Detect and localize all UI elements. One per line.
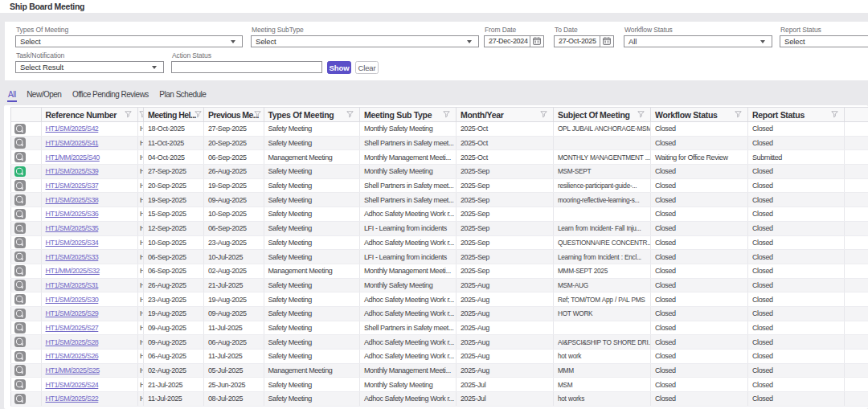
cell-subject: MSM-AUG: [554, 278, 651, 292]
cell-subtype: Adhoc Safety Meeting Work r...: [360, 335, 457, 350]
chat-bubble-badge-grey[interactable]: [14, 124, 26, 135]
column-header-ref[interactable]: Reference Number: [41, 108, 138, 122]
reference-number-link[interactable]: HT1/SM/2025/S29: [46, 309, 99, 317]
task-notification-select[interactable]: Select Result: [15, 61, 164, 73]
cell-report: Closed: [748, 235, 845, 250]
chat-bubble-badge-grey[interactable]: [14, 394, 26, 405]
cell-held: 06-Aug-2025: [144, 350, 204, 364]
chat-bubble-badge-grey[interactable]: [14, 194, 26, 206]
cell-prev: 06-Aug-2025: [204, 335, 264, 350]
column-header-type[interactable]: Types Of Meeting: [264, 108, 360, 122]
filter-funnel-icon[interactable]: [346, 111, 354, 118]
cell-report: Closed: [748, 207, 845, 222]
cell-subject: Ref; TOM/TOM App / PAL PMS: [554, 292, 651, 307]
chat-bubble-badge-grey[interactable]: [14, 209, 26, 220]
reference-number-link[interactable]: HT1/SM/2025/S38: [46, 196, 99, 204]
tab-all[interactable]: All: [8, 90, 16, 100]
cell-type: Safety Meeting: [264, 278, 360, 292]
reference-number-link[interactable]: HT1/SM/2025/S39: [46, 167, 99, 175]
show-button[interactable]: Show: [327, 61, 351, 75]
chat-bubble-badge-grey[interactable]: [14, 309, 26, 320]
chat-bubble-badge-grey[interactable]: [14, 237, 26, 248]
reference-number-link[interactable]: HT1/SM/2025/S31: [46, 281, 99, 289]
chat-bubble-badge-grey[interactable]: [14, 180, 26, 191]
calendar-icon[interactable]: [530, 36, 543, 47]
filter-funnel-icon[interactable]: [540, 111, 547, 118]
column-header-clip[interactable]: [138, 108, 144, 122]
reference-number-link[interactable]: HT1/SM/2025/S35: [46, 224, 99, 232]
column-header-prev[interactable]: Previous Me...: [204, 108, 264, 122]
tab-new-open[interactable]: New/Open: [27, 90, 61, 100]
types-of-meeting-select[interactable]: Select: [15, 35, 243, 47]
reference-number-link[interactable]: HT1/MM/2025/S25: [46, 366, 100, 374]
filter-funnel-icon[interactable]: [254, 111, 261, 118]
reference-number-link[interactable]: HT1/SM/2025/S41: [46, 139, 99, 147]
table-row: HT1/SM/2025/S41H11-Oct-202520-Sep-2025Sa…: [11, 136, 868, 150]
chat-bubble-icon: [15, 323, 24, 332]
chat-bubble-icon: [15, 267, 24, 276]
chat-bubble-badge-grey[interactable]: [14, 265, 26, 276]
chat-bubble-badge-grey[interactable]: [14, 351, 26, 362]
column-header-held[interactable]: Meeting Hel...: [144, 108, 204, 122]
filter-funnel-icon[interactable]: [637, 111, 645, 118]
cell-prev: 25-Jun-2025: [204, 378, 264, 392]
reference-number-link[interactable]: HT1/SM/2025/S42: [46, 125, 99, 133]
chat-bubble-badge-grey[interactable]: [14, 337, 26, 348]
reference-number-link[interactable]: HT1/SM/2025/S24: [46, 381, 99, 389]
cell-type: Safety Meeting: [264, 306, 360, 321]
chat-bubble-badge-grey[interactable]: [14, 294, 26, 305]
reference-number-link[interactable]: HT1/SM/2025/S22: [46, 395, 99, 403]
filter-funnel-icon[interactable]: [735, 111, 742, 118]
chat-bubble-badge-grey[interactable]: [14, 223, 26, 234]
chat-bubble-badge-grey[interactable]: [14, 322, 26, 333]
chat-bubble-badge-grey[interactable]: [14, 365, 26, 376]
filter-funnel-icon[interactable]: [125, 111, 132, 118]
column-header-report[interactable]: Report Status: [748, 108, 845, 122]
cell-held: 04-Oct-2025: [144, 150, 204, 165]
reference-number-link[interactable]: HT1/MM/2025/S32: [46, 267, 100, 275]
chat-bubble-badge-grey[interactable]: [14, 152, 26, 163]
tab-office-pending-reviews[interactable]: Office Pending Reviews: [72, 90, 149, 100]
from-date-input[interactable]: 27-Dec-2024: [484, 35, 544, 47]
reference-number-link[interactable]: HT1/SM/2025/S27: [46, 324, 99, 332]
table-card: Reference NumberMeeting Hel...Previous M…: [4, 105, 868, 409]
cell-prev: 11-Jul-2025: [204, 350, 264, 364]
reference-number-link[interactable]: HT1/SM/2025/S30: [46, 296, 99, 304]
column-header-subject[interactable]: Subject Of Meeting: [554, 108, 651, 122]
workflow-status-select[interactable]: All: [624, 35, 772, 47]
column-header-workflow[interactable]: Workflow Status: [651, 108, 748, 122]
reference-number-link[interactable]: HT1/SM/2025/S37: [46, 182, 99, 190]
reference-number-link[interactable]: HT1/SM/2025/S36: [46, 210, 99, 218]
column-header-subtype[interactable]: Meeting Sub Type: [360, 108, 457, 122]
filter-funnel-icon[interactable]: [443, 111, 450, 118]
reference-number-link[interactable]: HT1/SM/2025/S34: [46, 239, 99, 247]
cell-extra: [844, 221, 868, 235]
chat-bubble-badge-green[interactable]: [14, 166, 26, 178]
action-status-input[interactable]: [171, 61, 322, 73]
meeting-subtype-select[interactable]: Select: [251, 35, 479, 47]
column-header-extra[interactable]: [844, 108, 868, 122]
types-of-meeting-label: Types Of Meeting: [16, 26, 68, 34]
chat-bubble-badge-grey[interactable]: [14, 137, 26, 149]
reference-number-link[interactable]: HT1/SM/2025/S26: [46, 352, 99, 360]
subject-text: OPL JUBAIL ANCHORAGE-MSM: [558, 125, 651, 133]
subject-text: Ref; TOM/TOM App / PAL PMS: [558, 296, 645, 304]
chat-bubble-badge-grey[interactable]: [14, 280, 26, 291]
tab-plan-schedule[interactable]: Plan Schedule: [159, 90, 206, 100]
chat-bubble-icon: [15, 138, 24, 147]
clear-button[interactable]: Clear: [355, 61, 379, 75]
chat-bubble-badge-grey[interactable]: [14, 379, 26, 391]
calendar-icon[interactable]: [600, 36, 613, 47]
reference-number-link[interactable]: HT1/SM/2025/S28: [46, 338, 99, 346]
to-date-input[interactable]: 27-Oct-2025: [554, 35, 614, 47]
column-header-label: Month/Year: [461, 110, 504, 120]
cell-icon: [11, 264, 42, 278]
filter-funnel-icon[interactable]: [194, 111, 202, 118]
column-header-month[interactable]: Month/Year: [457, 108, 554, 122]
reference-number-link[interactable]: HT1/SM/2025/S33: [46, 253, 99, 261]
reference-number-link[interactable]: HT1/MM/2025/S40: [46, 153, 100, 162]
filter-funnel-icon[interactable]: [831, 111, 838, 118]
chat-bubble-badge-grey[interactable]: [14, 252, 26, 263]
report-status-select[interactable]: Select: [780, 35, 868, 47]
table-row: HT1/SM/2025/S38H19-Sep-202509-Aug-2025Sa…: [11, 193, 868, 207]
